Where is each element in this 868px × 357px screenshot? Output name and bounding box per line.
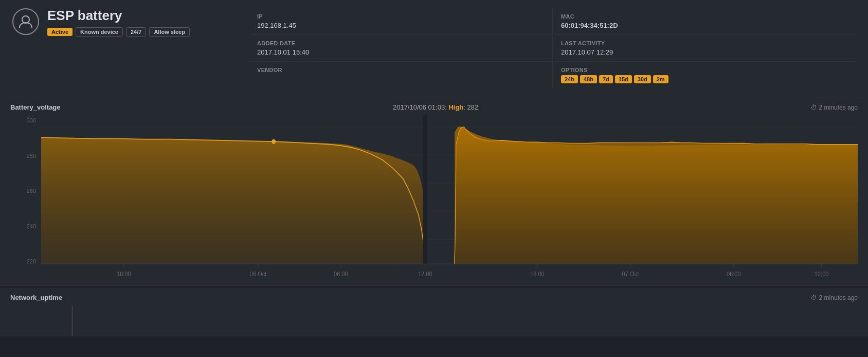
svg-point-0 xyxy=(22,16,29,23)
added-value: 2017.10.01 15:40 xyxy=(257,48,544,56)
chart1-tooltip-value: 282 xyxy=(467,103,479,111)
option-btn-30d[interactable]: 30d xyxy=(634,75,651,83)
tag-allow-sleep: Allow sleep xyxy=(149,27,190,37)
meta-mac: MAC 60:01:94:34:51:2D xyxy=(552,8,856,35)
ip-label: IP xyxy=(257,13,544,20)
tag-active[interactable]: Active xyxy=(47,28,73,36)
chart1-container: 300280260240220 xyxy=(0,115,868,285)
option-btn-7d[interactable]: 7d xyxy=(599,75,613,83)
tags-row: Active Known device 24/7 Allow sleep xyxy=(47,27,190,37)
mac-label: MAC xyxy=(561,13,847,20)
added-label: Added date xyxy=(257,40,544,46)
device-name-area: ESP battery Active Known device 24/7 All… xyxy=(47,8,190,37)
last-activity-label: Last activity xyxy=(561,40,847,46)
chart2-header: Network_uptime ⏱ 2 minutes ago xyxy=(0,288,868,306)
meta-options: Options 24h48h7d15d30d2m xyxy=(552,62,856,88)
meta-last-activity: Last activity 2017.10.07 12:29 xyxy=(552,35,856,62)
chart2-section: Network_uptime ⏱ 2 minutes ago xyxy=(0,288,868,336)
svg-text:06:00: 06:00 xyxy=(727,270,741,278)
y-axis-label-300: 300 xyxy=(5,117,36,123)
y-axis-label-260: 260 xyxy=(5,188,36,194)
header-section: ESP battery Active Known device 24/7 All… xyxy=(0,0,868,97)
option-btn-24h[interactable]: 24h xyxy=(561,75,578,83)
svg-text:18:00: 18:00 xyxy=(117,270,131,278)
chart1-tooltip-label: High xyxy=(448,103,463,111)
chart2-time-ago: ⏱ 2 minutes ago xyxy=(811,294,858,301)
svg-text:12:00: 12:00 xyxy=(815,270,829,278)
svg-marker-8 xyxy=(455,127,858,264)
vendor-label: Vendor xyxy=(257,67,544,73)
clock-icon: ⏱ xyxy=(811,104,817,111)
chart1-y-axis: 300280260240220 xyxy=(5,115,36,266)
option-btn-48h[interactable]: 48h xyxy=(580,75,597,83)
options-label: Options xyxy=(561,67,847,73)
chart2-svg xyxy=(41,306,858,336)
svg-text:12:00: 12:00 xyxy=(418,270,432,278)
chart2-preview xyxy=(0,306,868,336)
ip-value: 192.168.1.45 xyxy=(257,22,544,29)
device-meta-right: IP 192.168.1.45 MAC 60:01:94:34:51:2D Ad… xyxy=(228,8,856,88)
y-axis-label-280: 280 xyxy=(5,153,36,159)
chart1-datapoint xyxy=(272,139,276,144)
chart1-svg: 18:00 06 Oct 06:00 12:00 18:00 07 Oct 06… xyxy=(41,115,858,285)
tag-247: 24/7 xyxy=(126,27,146,37)
meta-added: Added date 2017.10.01 15:40 xyxy=(249,35,552,62)
y-axis-label-240: 240 xyxy=(5,223,36,229)
last-activity-value: 2017.10.07 12:29 xyxy=(561,48,847,56)
clock2-icon: ⏱ xyxy=(811,294,817,301)
svg-text:07 Oct: 07 Oct xyxy=(622,270,639,278)
svg-text:18:00: 18:00 xyxy=(530,270,545,278)
chart2-title: Network_uptime xyxy=(10,294,62,301)
svg-text:06:00: 06:00 xyxy=(334,270,348,278)
chart1-section: Battery_voltage 2017/10/06 01:03: High: … xyxy=(0,97,868,285)
chart1-time-ago: ⏱ 2 minutes ago xyxy=(811,104,858,111)
svg-text:06 Oct: 06 Oct xyxy=(250,270,267,278)
y-axis-label-220: 220 xyxy=(5,258,36,264)
device-info-left: ESP battery Active Known device 24/7 All… xyxy=(12,8,228,37)
chart1-title: Battery_voltage xyxy=(10,103,61,111)
option-btn-2m[interactable]: 2m xyxy=(653,75,668,83)
tag-known-device: Known device xyxy=(76,27,123,37)
chart1-header: Battery_voltage 2017/10/06 01:03: High: … xyxy=(0,97,868,115)
meta-ip: IP 192.168.1.45 xyxy=(249,8,552,35)
chart1-tooltip: 2017/10/06 01:03: High: 282 xyxy=(393,103,478,111)
device-title: ESP battery xyxy=(47,8,190,23)
meta-vendor: Vendor xyxy=(249,62,552,88)
device-avatar xyxy=(12,8,39,35)
option-btn-15d[interactable]: 15d xyxy=(615,75,632,83)
mac-value: 60:01:94:34:51:2D xyxy=(561,22,847,29)
options-buttons-row: 24h48h7d15d30d2m xyxy=(561,75,847,83)
chart1-tooltip-time: 2017/10/06 01:03: xyxy=(393,103,447,111)
